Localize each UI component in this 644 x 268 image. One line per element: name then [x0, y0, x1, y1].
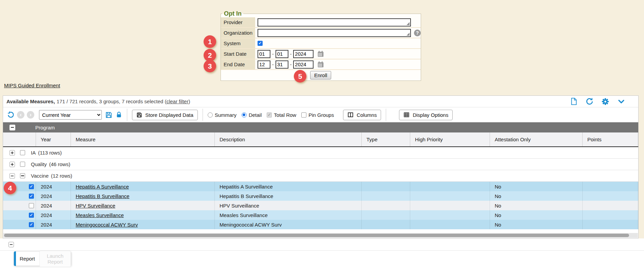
- group-row[interactable]: Vaccine(12 rows): [3, 170, 638, 182]
- column-header-measure[interactable]: Measure: [71, 132, 215, 146]
- grid-body: IA(113 rows)Quality(46 rows)Vaccine(12 r…: [3, 147, 638, 229]
- launch-report-button[interactable]: Launch Report: [39, 251, 71, 267]
- pin-groups-control[interactable]: Pin Groups: [301, 112, 334, 118]
- end-day-input[interactable]: [276, 60, 288, 69]
- horizontal-scrollbar[interactable]: [3, 233, 638, 238]
- measure-row[interactable]: 2024Hepatitis A SurveillanceHepatitis A …: [3, 182, 638, 191]
- columns-button[interactable]: Columns: [343, 110, 381, 120]
- row-checkbox[interactable]: [29, 213, 34, 218]
- columns-button-label: Columns: [357, 112, 377, 118]
- help-icon[interactable]: ?: [414, 30, 421, 36]
- column-header-row: Year Measure Description Type High Prior…: [3, 132, 638, 147]
- summary-radio-control[interactable]: Summary: [208, 112, 236, 118]
- measure-link[interactable]: Hepatitis A Surveillance: [76, 184, 129, 190]
- document-icon[interactable]: [570, 97, 577, 105]
- display-options-button[interactable]: Display Options: [399, 110, 453, 120]
- column-header-year[interactable]: Year: [36, 132, 71, 146]
- system-checkbox[interactable]: [258, 41, 263, 46]
- collapse-group-icon[interactable]: [10, 173, 15, 179]
- date-separator: -: [290, 62, 292, 67]
- column-header-type[interactable]: Type: [362, 132, 410, 146]
- nav-back-icon[interactable]: ‹: [17, 111, 24, 119]
- toolbar-separator: [127, 109, 127, 121]
- store-displayed-data-button[interactable]: Store Displayed Data: [132, 110, 198, 120]
- summary-radio-label: Summary: [215, 112, 236, 118]
- column-header-lead: [3, 132, 36, 146]
- type-cell: [362, 210, 410, 220]
- row-checkbox-cell: [17, 210, 36, 220]
- organization-input[interactable]: [258, 29, 411, 37]
- total-row-control[interactable]: Total Row: [267, 112, 296, 118]
- expand-group-icon[interactable]: [10, 162, 15, 167]
- start-date-row: Start Date - -: [221, 49, 421, 59]
- provider-input[interactable]: [258, 18, 411, 26]
- organization-row: Organization ?: [221, 28, 421, 38]
- start-month-input[interactable]: [258, 50, 270, 58]
- display-options-icon: [403, 112, 410, 118]
- refresh-icon[interactable]: [586, 97, 593, 105]
- measure-row[interactable]: 2024Hepatitis B SurveillanceHepatitis B …: [3, 191, 638, 201]
- date-separator: -: [272, 62, 274, 67]
- end-date-calendar-icon[interactable]: [317, 61, 324, 68]
- group-checkbox[interactable]: [20, 173, 25, 178]
- measure-link[interactable]: Meningococcal ACWY Surv: [76, 222, 138, 228]
- chevron-down-icon[interactable]: [617, 97, 625, 106]
- pin-groups-checkbox[interactable]: [301, 112, 306, 118]
- program-collapse-icon[interactable]: [10, 125, 15, 130]
- row-checkbox[interactable]: [29, 184, 34, 189]
- measure-row[interactable]: 2024Measles SurveillanceMeasles Surveill…: [3, 210, 638, 220]
- end-year-input[interactable]: [293, 60, 314, 69]
- group-checkbox[interactable]: [20, 162, 25, 167]
- view-select[interactable]: Current Year: [39, 110, 102, 120]
- end-month-input[interactable]: [258, 60, 270, 69]
- grid-record-summary: 171 / 721 records, 3 groups, 7 records s…: [57, 99, 167, 104]
- undo-icon[interactable]: [7, 111, 15, 119]
- summary-radio[interactable]: [208, 112, 213, 118]
- grid-record-summary-suffix: ): [188, 99, 190, 104]
- high-priority-cell: [410, 182, 490, 191]
- column-header-attestation-only[interactable]: Attestation Only: [490, 132, 583, 146]
- gear-icon[interactable]: [602, 98, 609, 105]
- column-header-high-priority[interactable]: High Priority: [410, 132, 490, 146]
- row-checkbox[interactable]: [29, 194, 34, 199]
- measure-link[interactable]: Hepatitis B Surveillance: [76, 193, 129, 199]
- horizontal-scrollbar-thumb[interactable]: [4, 234, 629, 237]
- display-options-button-label: Display Options: [413, 112, 448, 118]
- lock-icon[interactable]: [116, 111, 122, 118]
- enroll-button[interactable]: Enroll: [310, 71, 331, 79]
- annotation-badge-4: 4: [4, 182, 16, 194]
- total-row-checkbox[interactable]: [267, 112, 272, 118]
- save-view-icon[interactable]: [105, 111, 112, 119]
- expand-group-icon[interactable]: [10, 150, 15, 156]
- collapse-report-icon[interactable]: [8, 242, 14, 247]
- measure-row[interactable]: 2024Meningococcal ACWY SurvMeningococcal…: [3, 220, 638, 229]
- mips-guided-enrollment-link[interactable]: MIPS Guided Enrollment: [4, 83, 60, 88]
- column-header-points[interactable]: Points: [583, 132, 638, 146]
- measure-cell: HPV Surveillance: [71, 201, 215, 210]
- group-row[interactable]: IA(113 rows): [3, 147, 638, 159]
- year-cell: 2024: [36, 182, 71, 191]
- provider-row: Provider: [221, 17, 421, 28]
- high-priority-cell: [410, 210, 490, 220]
- measure-row[interactable]: 2024HPV SurveillanceHPV SurveillanceNo: [3, 201, 638, 210]
- clear-filter-link[interactable]: clear filter: [166, 99, 188, 104]
- nav-forward-icon[interactable]: ›: [27, 111, 34, 119]
- start-date-calendar-icon[interactable]: [317, 51, 324, 57]
- measure-link[interactable]: HPV Surveillance: [76, 203, 115, 209]
- detail-radio-control[interactable]: Detail: [242, 112, 262, 118]
- start-day-input[interactable]: [276, 50, 288, 58]
- group-checkbox[interactable]: [20, 150, 25, 155]
- row-checkbox[interactable]: [29, 203, 34, 208]
- start-year-input[interactable]: [293, 50, 314, 58]
- row-checkbox[interactable]: [29, 222, 34, 227]
- detail-radio[interactable]: [242, 112, 247, 118]
- column-header-description[interactable]: Description: [215, 132, 362, 146]
- attestation-only-cell: No: [490, 210, 583, 220]
- report-section: Report Launch Report: [0, 238, 644, 268]
- opt-in-legend: Opt In: [222, 10, 243, 17]
- organization-label: Organization: [221, 28, 255, 38]
- description-cell: Meningococcal ACWY Surv: [215, 220, 362, 229]
- group-row[interactable]: Quality(46 rows): [3, 159, 638, 170]
- year-cell: 2024: [36, 201, 71, 210]
- measure-link[interactable]: Measles Surveillance: [76, 212, 124, 218]
